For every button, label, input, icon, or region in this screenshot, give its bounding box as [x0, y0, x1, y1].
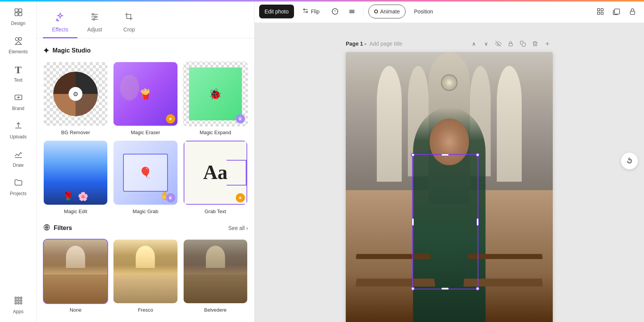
sidebar-item-label-design: Design: [11, 21, 25, 26]
elements-icon: [14, 36, 23, 48]
svg-rect-14: [15, 302, 16, 304]
svg-rect-13: [20, 300, 22, 301]
position-label: Position: [414, 8, 433, 15]
sidebar-item-brand[interactable]: Brand: [3, 88, 34, 116]
magic-grab-thumb: 🎈 ✋ ♛: [113, 140, 178, 205]
svg-rect-5: [19, 38, 21, 40]
magic-edit-label: Magic Edit: [64, 209, 87, 214]
flip-button[interactable]: Flip: [297, 5, 325, 18]
sidebar-item-elements[interactable]: Elements: [3, 31, 34, 59]
grid-button[interactable]: [593, 5, 607, 18]
tab-effects[interactable]: Effects: [43, 9, 77, 38]
sidebar-item-draw[interactable]: Draw: [3, 145, 34, 172]
svg-marker-6: [15, 41, 21, 44]
page-1-canvas[interactable]: [346, 52, 553, 322]
info-button[interactable]: [328, 5, 342, 18]
page-1-lock[interactable]: [505, 38, 516, 49]
uploads-icon: [14, 121, 23, 133]
effect-card-magic-eraser[interactable]: 🍟 ★ Magic Eraser: [113, 61, 178, 135]
adjust-tab-icon: [90, 12, 100, 24]
effect-card-grab-text[interactable]: Aa ★ Grab Text: [183, 140, 248, 214]
page-1-collapse-up[interactable]: ∧: [468, 38, 479, 49]
see-all-label: See all: [228, 225, 245, 231]
sidebar: Design Elements T Text Brand: [0, 0, 37, 322]
sidebar-item-apps[interactable]: Apps: [3, 291, 34, 319]
sidebar-item-uploads[interactable]: Uploads: [3, 117, 34, 144]
magic-expand-thumb: 🐞 ♛: [183, 61, 248, 127]
page-1-add[interactable]: [542, 38, 553, 49]
filter-fresco-label: Fresco: [138, 307, 153, 313]
effect-card-magic-expand[interactable]: 🐞 ♛ Magic Expand: [183, 61, 248, 135]
svg-point-19: [93, 18, 95, 20]
effects-tab-icon: [55, 12, 65, 24]
duplicate-button[interactable]: [610, 5, 623, 18]
projects-icon: [14, 178, 23, 189]
filter-none-label: None: [70, 307, 82, 313]
magic-studio-grid: ⚙ BG Remover 🍟 ★ Magic Eraser: [43, 61, 248, 214]
crop-tab-icon: [124, 12, 134, 24]
filter-card-belvedere[interactable]: Belvedere: [183, 239, 248, 313]
svg-rect-2: [15, 13, 18, 16]
magic-eraser-thumb: 🍟 ★: [113, 61, 178, 127]
panel-tabs: Effects Adjust Crop: [37, 0, 254, 38]
sidebar-item-text[interactable]: T Text: [3, 60, 34, 87]
sidebar-item-label-text: Text: [14, 77, 22, 83]
magic-grab-label: Magic Grab: [133, 209, 158, 214]
page-1-expand-down[interactable]: ∨: [481, 38, 491, 49]
effects-panel: Effects Adjust Crop: [37, 0, 255, 322]
page-1-delete[interactable]: [530, 38, 540, 49]
svg-rect-26: [598, 8, 600, 11]
sidebar-item-label-elements: Elements: [8, 49, 28, 54]
apps-icon: [14, 296, 23, 307]
top-toolbar: Edit photo Flip Anim: [255, 0, 644, 23]
magic-eraser-label: Magic Eraser: [131, 130, 160, 135]
bg-remover-thumb: ⚙: [43, 61, 108, 127]
svg-rect-0: [15, 9, 18, 12]
filter-none-thumb: [43, 239, 108, 304]
filter-card-fresco[interactable]: Fresco: [113, 239, 178, 313]
toolbar-separator-1: [363, 6, 364, 17]
effect-card-bg-remover[interactable]: ⚙ BG Remover: [43, 61, 108, 135]
grab-text-badge: ★: [236, 193, 245, 202]
svg-rect-15: [18, 302, 19, 304]
filters-icon: [43, 223, 51, 233]
filter-fresco-thumb: [113, 239, 178, 304]
tab-adjust[interactable]: Adjust: [77, 9, 112, 38]
edit-photo-button[interactable]: Edit photo: [259, 5, 294, 18]
bg-remover-label: BG Remover: [61, 130, 90, 135]
filter-belvedere-label: Belvedere: [204, 307, 227, 313]
filter-belvedere-thumb: [183, 239, 248, 304]
tab-crop[interactable]: Crop: [112, 9, 146, 38]
svg-point-17: [92, 13, 94, 15]
position-button[interactable]: Position: [409, 5, 439, 18]
magic-studio-header: ✦ Magic Studio: [43, 46, 248, 55]
toolbar-right: [593, 5, 639, 18]
magic-studio-icon: ✦: [43, 46, 49, 55]
filters-grid: None Fresco: [43, 239, 248, 313]
svg-rect-1: [19, 9, 22, 12]
filter-card-none[interactable]: None: [43, 239, 108, 313]
float-refresh-button[interactable]: [621, 153, 638, 169]
lock-button[interactable]: [626, 5, 639, 18]
svg-rect-11: [15, 300, 16, 301]
flip-icon: [302, 8, 309, 15]
sidebar-item-label-apps: Apps: [13, 309, 23, 314]
page-1-copy[interactable]: [518, 38, 528, 49]
canvas-scroll[interactable]: Page 1 - Add page title ∧ ∨: [255, 23, 644, 322]
menu-button[interactable]: [345, 5, 359, 18]
effect-card-magic-edit[interactable]: 🌹🌸 Magic Edit: [43, 140, 108, 214]
filters-title: Filters: [43, 223, 72, 233]
svg-rect-3: [19, 13, 22, 16]
grab-text-thumb: Aa ★: [183, 140, 248, 205]
svg-rect-8: [15, 297, 16, 299]
page-1-hide[interactable]: [493, 38, 504, 49]
sidebar-item-projects[interactable]: Projects: [3, 173, 34, 201]
animate-button[interactable]: Animate: [368, 5, 406, 18]
page-1-subtitle: Add page title: [370, 41, 402, 47]
sidebar-item-design[interactable]: Design: [3, 3, 34, 31]
design-icon: [14, 8, 23, 19]
svg-rect-9: [18, 297, 19, 299]
effect-card-magic-grab[interactable]: 🎈 ✋ ♛ Magic Grab: [113, 140, 178, 214]
see-all-button[interactable]: See all ›: [228, 225, 248, 231]
adjust-tab-label: Adjust: [87, 26, 102, 33]
